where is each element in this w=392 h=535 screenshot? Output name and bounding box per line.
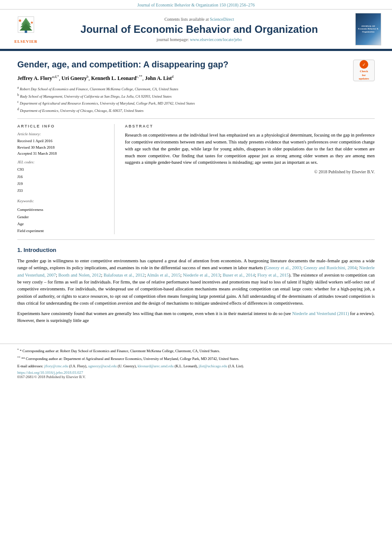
authors-line: Jeffrey A. Florya,d,*, Uri Gneezyb, Kenn… xyxy=(17,75,375,82)
author-3: Kenneth L. Leonard xyxy=(91,75,137,81)
journal-header: ELSEVIER Contents lists available at Sci… xyxy=(0,10,392,50)
check-updates-badge: ✓ Checkforupdates xyxy=(349,60,375,81)
author-2-sup: b xyxy=(87,75,89,79)
paper-content: ✓ Checkforupdates Gender, age, and compe… xyxy=(0,51,392,337)
jel-label: JEL codes: xyxy=(17,160,104,164)
article-info-header: ARTICLE INFO xyxy=(17,124,104,128)
doi-line: https://doi.org/10.1016/j.jebo.2018.03.0… xyxy=(17,370,375,375)
section-divider xyxy=(17,118,375,119)
keyword-1: Competitiveness xyxy=(17,206,104,213)
info-abstract-columns: ARTICLE INFO Article history: Received 1… xyxy=(17,124,375,234)
author-2: Uri Gneezy xyxy=(61,75,86,81)
keyword-3: Age xyxy=(17,220,104,227)
elsevier-logo: ELSEVIER xyxy=(9,15,43,44)
column-divider xyxy=(114,124,115,234)
intro-paragraph-2: Experiments have consistently found that… xyxy=(17,310,375,325)
jel-j19: J19 xyxy=(17,180,104,187)
footnotes-section: * * Corresponding author at: Robert Day … xyxy=(0,344,392,383)
keyword-4: Field experiment xyxy=(17,227,104,234)
ref-flory2015[interactable]: Flory et al., 2015 xyxy=(258,273,289,277)
jel-j33: J33 xyxy=(17,187,104,194)
journal-title: Journal of Economic Behavior and Organiz… xyxy=(43,23,355,35)
ref-buser2014[interactable]: Buser et al., 2014 xyxy=(223,273,255,277)
affil-4: d Department of Economics, University of… xyxy=(17,107,375,114)
cover-text: JOURNAL OF Economic Behavior & Organizat… xyxy=(357,25,379,34)
ref-almas2015[interactable]: Almås et al., 2015 xyxy=(147,273,180,277)
history-label: Article history: xyxy=(17,132,104,136)
abstract-column: ABSTRACT Research on competitiveness at … xyxy=(125,124,375,234)
keywords-label: Keywords: xyxy=(17,197,104,204)
doi-link[interactable]: https://doi.org/10.1016/j.jebo.2018.03.0… xyxy=(17,370,83,375)
ref-gneezy-rustichini[interactable]: Gneezy and Rustichini, 2004 xyxy=(304,265,357,270)
email-gneezy[interactable]: ugneezy@ucsd.edu xyxy=(88,364,117,368)
ref-niederle2011[interactable]: Niederle and Vesterlund (2011) xyxy=(292,311,349,316)
author-1-sup: a,d,* xyxy=(52,75,59,79)
revised-date: Revised 30 March 2018 xyxy=(17,144,104,150)
sciencedirect-link[interactable]: ScienceDirect xyxy=(210,17,234,22)
article-dates: Received 1 April 2016 Revised 30 March 2… xyxy=(17,138,104,156)
author-4-sup: d xyxy=(172,75,174,79)
journal-citation: Journal of Economic Behavior & Organizat… xyxy=(0,0,392,10)
affiliations: a Robert Day School of Economics and Fin… xyxy=(17,85,375,113)
author-4: John A. List xyxy=(145,75,172,81)
homepage-link[interactable]: www.elsevier.com/locate/jebo xyxy=(190,37,242,42)
jel-codes: C93 J16 J19 J33 xyxy=(17,166,104,194)
affil-2: b Rady School of Management, University … xyxy=(17,92,375,99)
affil-3: c Department of Agricultural and Resourc… xyxy=(17,99,375,106)
jel-j16: J16 xyxy=(17,173,104,180)
email-list[interactable]: jlist@uchicago.edu xyxy=(199,364,227,368)
accepted-date: Accepted 31 March 2018 xyxy=(17,150,104,156)
journal-center: Contents lists available at ScienceDirec… xyxy=(43,17,355,42)
introduction-section: 1. Introduction The gender gap in willin… xyxy=(17,247,375,324)
email-flory[interactable]: jflory@cmc.edu xyxy=(44,364,68,368)
intro-title: 1. Introduction xyxy=(17,247,375,253)
ref-balafoutas2012[interactable]: Balafoutas et al., 2012 xyxy=(104,273,145,277)
article-info-column: ARTICLE INFO Article history: Received 1… xyxy=(17,124,104,234)
keyword-2: Gender xyxy=(17,213,104,220)
author-1: Jeffrey A. Flory xyxy=(17,75,52,81)
email-leonard[interactable]: kleonard@arec.umd.edu xyxy=(137,364,173,368)
citation-text: Journal of Economic Behavior & Organizat… xyxy=(137,3,255,7)
footnote-double-star: ** ** Corresponding author at: Departmen… xyxy=(17,355,375,362)
check-updates-text: Checkforupdates xyxy=(359,70,369,80)
check-circle-icon: ✓ xyxy=(360,60,368,69)
received-date: Received 1 April 2016 xyxy=(17,138,104,144)
issn-line: 0167-2681/© 2018 Published by Elsevier B… xyxy=(17,375,375,379)
abstract-header: ABSTRACT xyxy=(125,124,375,128)
elsevier-tree-icon xyxy=(13,15,39,38)
affil-1: a Robert Day School of Economics and Fin… xyxy=(17,85,375,92)
abstract-text: Research on competitiveness at the indiv… xyxy=(125,132,375,166)
paper-title: Gender, age, and competition: A disappea… xyxy=(17,60,375,70)
intro-divider xyxy=(17,239,375,240)
ref-niederle2013[interactable]: Niederle et al., 2013 xyxy=(183,273,220,277)
svg-point-6 xyxy=(31,22,33,24)
copyright-line: © 2018 Published by Elsevier B.V. xyxy=(125,169,375,174)
journal-cover: JOURNAL OF Economic Behavior & Organizat… xyxy=(355,13,383,45)
svg-point-5 xyxy=(19,19,22,22)
keywords-section: Keywords: Competitiveness Gender Age Fie… xyxy=(17,197,104,234)
footnote-emails: E-mail addresses: jflory@cmc.edu (J.A. F… xyxy=(17,363,375,369)
contents-available: Contents lists available at ScienceDirec… xyxy=(43,17,355,22)
footnote-star: * * Corresponding author at: Robert Day … xyxy=(17,347,375,354)
ref-gneezy2003[interactable]: Gneezy et al., 2003 xyxy=(266,265,301,270)
ref-booth2012[interactable]: Booth and Nolen, 2012 xyxy=(58,273,101,277)
cover-image: JOURNAL OF Economic Behavior & Organizat… xyxy=(355,13,381,45)
intro-paragraph-1: The gender gap in willingness to enter c… xyxy=(17,258,375,307)
jel-c93: C93 xyxy=(17,166,104,173)
elsevier-brand: ELSEVIER xyxy=(14,39,38,44)
check-badge-container: ✓ Checkforupdates xyxy=(353,60,375,81)
journal-homepage: journal homepage: www.elsevier.com/locat… xyxy=(43,37,355,42)
author-3-sup: c,** xyxy=(137,75,143,79)
